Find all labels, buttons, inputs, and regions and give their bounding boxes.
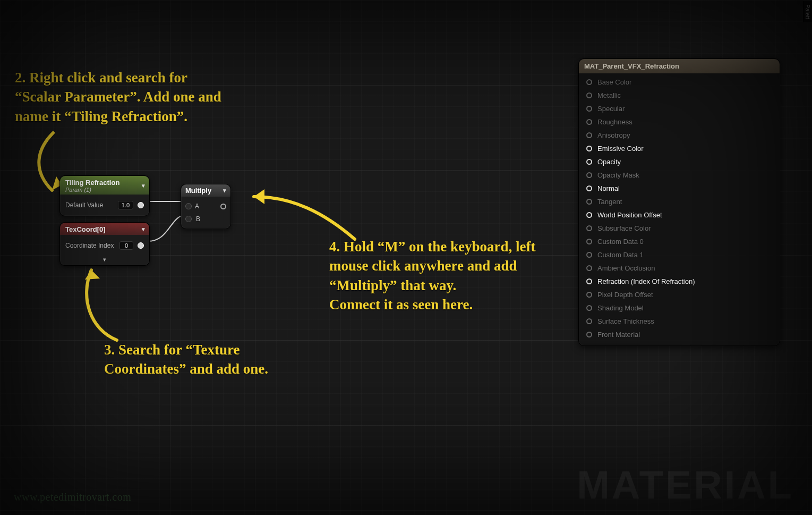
node-scalar-subtitle: Param (1) bbox=[65, 187, 119, 193]
material-pin-world-position-offset[interactable]: World Position Offset bbox=[579, 208, 780, 222]
material-pin-metallic[interactable]: Metallic bbox=[579, 89, 780, 102]
material-pin-opacity[interactable]: Opacity bbox=[579, 155, 780, 168]
input-pin-icon[interactable] bbox=[586, 185, 592, 191]
watermark-url: www.petedimitrovart.com bbox=[14, 491, 131, 503]
input-pin-icon[interactable] bbox=[586, 172, 592, 178]
input-pin-icon[interactable] bbox=[586, 239, 592, 244]
watermark-material: MATERIAL bbox=[577, 462, 794, 508]
arrow-step4 bbox=[239, 175, 361, 250]
material-pin-ambient-occlusion[interactable]: Ambient Occlusion bbox=[579, 261, 780, 275]
arrow-step3 bbox=[69, 260, 138, 345]
output-pin[interactable] bbox=[138, 202, 144, 208]
material-pin-roughness[interactable]: Roughness bbox=[579, 115, 780, 129]
material-pin-custom-data-1[interactable]: Custom Data 1 bbox=[579, 248, 780, 261]
material-pin-anisotropy[interactable]: Anisotropy bbox=[579, 129, 780, 142]
node-multiply-title: Multiply bbox=[185, 187, 211, 195]
material-pin-subsurface-color[interactable]: Subsurface Color bbox=[579, 222, 780, 235]
material-output-node[interactable]: MAT_Parent_VFX_Refraction Base ColorMeta… bbox=[578, 58, 780, 346]
input-pin-icon[interactable] bbox=[586, 278, 592, 284]
output-pin[interactable] bbox=[138, 242, 144, 249]
material-pin-label: Anisotropy bbox=[597, 131, 630, 139]
input-pin-icon[interactable] bbox=[586, 225, 592, 231]
material-pin-label: Front Material bbox=[597, 331, 640, 339]
input-pin-a[interactable] bbox=[185, 203, 192, 209]
input-pin-icon[interactable] bbox=[586, 199, 592, 205]
material-output-title: MAT_Parent_VFX_Refraction bbox=[579, 59, 780, 73]
material-pin-label: Custom Data 1 bbox=[597, 251, 644, 259]
material-pin-label: Opacity bbox=[597, 158, 621, 166]
output-pin[interactable] bbox=[220, 204, 226, 209]
default-value-input[interactable]: 1.0 bbox=[118, 201, 133, 209]
input-pin-icon[interactable] bbox=[586, 332, 592, 337]
material-pin-pixel-depth-offset[interactable]: Pixel Depth Offset bbox=[579, 288, 780, 301]
material-pin-base-color[interactable]: Base Color bbox=[579, 75, 780, 89]
annotation-step-3: 3. Search for “Texture Coordinates” and … bbox=[104, 340, 268, 379]
input-pin-icon[interactable] bbox=[586, 92, 592, 98]
material-pin-label: Tangent bbox=[597, 198, 622, 206]
material-pin-label: Ambient Occlusion bbox=[597, 264, 655, 272]
svg-marker-1 bbox=[85, 270, 100, 280]
material-pin-custom-data-0[interactable]: Custom Data 0 bbox=[579, 235, 780, 248]
svg-marker-2 bbox=[254, 189, 264, 204]
material-pin-label: Specular bbox=[597, 105, 625, 113]
material-pin-label: Roughness bbox=[597, 118, 632, 126]
input-pin-icon[interactable] bbox=[586, 79, 592, 85]
chevron-down-icon[interactable]: ▾ bbox=[60, 256, 149, 265]
material-pin-specular[interactable]: Specular bbox=[579, 102, 780, 115]
material-pin-label: Pixel Depth Offset bbox=[597, 291, 653, 299]
material-output-pin-list: Base ColorMetallicSpecularRoughnessAniso… bbox=[579, 73, 780, 345]
material-pin-normal[interactable]: Normal bbox=[579, 182, 780, 195]
input-pin-icon[interactable] bbox=[586, 146, 592, 151]
node-texcoord-header[interactable]: TexCoord[0] ▾ bbox=[60, 223, 149, 235]
input-pin-icon[interactable] bbox=[586, 212, 592, 218]
input-pin-icon[interactable] bbox=[586, 318, 592, 324]
coordinate-index-input[interactable]: 0 bbox=[119, 241, 133, 250]
input-pin-icon[interactable] bbox=[586, 119, 592, 125]
material-pin-front-material[interactable]: Front Material bbox=[579, 328, 780, 341]
input-pin-icon[interactable] bbox=[586, 305, 592, 311]
annotation-step-2: 2. Right click and search for “Scalar Pa… bbox=[15, 68, 221, 126]
material-pin-label: Surface Thickness bbox=[597, 317, 654, 325]
material-pin-shading-model[interactable]: Shading Model bbox=[579, 301, 780, 315]
material-pin-label: Shading Model bbox=[597, 304, 644, 312]
material-pin-label: Refraction (Index Of Refraction) bbox=[597, 277, 695, 285]
input-pin-icon[interactable] bbox=[586, 132, 592, 138]
material-pin-label: World Position Offset bbox=[597, 211, 662, 219]
material-pin-opacity-mask[interactable]: Opacity Mask bbox=[579, 168, 780, 182]
material-pin-surface-thickness[interactable]: Surface Thickness bbox=[579, 315, 780, 328]
chevron-down-icon[interactable]: ▾ bbox=[142, 226, 145, 233]
input-pin-icon[interactable] bbox=[586, 292, 592, 298]
material-pin-label: Custom Data 0 bbox=[597, 238, 644, 246]
input-pin-icon[interactable] bbox=[586, 252, 592, 258]
input-pin-icon[interactable] bbox=[586, 106, 592, 112]
material-pin-label: Opacity Mask bbox=[597, 171, 639, 179]
input-pin-icon[interactable] bbox=[586, 265, 592, 271]
coordinate-index-label: Coordinate Index bbox=[65, 242, 114, 249]
chevron-down-icon[interactable]: ▾ bbox=[142, 182, 145, 189]
node-multiply-header[interactable]: Multiply ▾ bbox=[181, 184, 230, 197]
material-pin-label: Metallic bbox=[597, 91, 621, 99]
chevron-down-icon[interactable]: ▾ bbox=[223, 187, 226, 194]
material-pin-label: Base Color bbox=[597, 78, 631, 86]
material-pin-emissive-color[interactable]: Emissive Color bbox=[579, 142, 780, 155]
material-pin-label: Subsurface Color bbox=[597, 224, 651, 232]
node-multiply[interactable]: Multiply ▾ A B bbox=[181, 184, 231, 229]
input-a-label: A bbox=[195, 202, 199, 210]
input-pin-icon[interactable] bbox=[586, 159, 592, 165]
node-scalar-header[interactable]: Tiling Refraction Param (1) ▾ bbox=[60, 176, 149, 195]
material-pin-label: Emissive Color bbox=[597, 145, 644, 153]
node-scalar-title: Tiling Refraction bbox=[65, 179, 119, 187]
material-pin-tangent[interactable]: Tangent bbox=[579, 195, 780, 208]
palette-tab[interactable]: Palett bbox=[803, 1, 812, 22]
node-texcoord[interactable]: TexCoord[0] ▾ Coordinate Index 0 ▾ bbox=[59, 222, 150, 266]
material-pin-refraction-index-of-refraction-[interactable]: Refraction (Index Of Refraction) bbox=[579, 275, 780, 288]
material-pin-label: Normal bbox=[597, 184, 620, 192]
node-texcoord-title: TexCoord[0] bbox=[65, 225, 106, 233]
input-pin-b[interactable] bbox=[185, 216, 192, 222]
default-value-label: Default Value bbox=[65, 201, 103, 209]
node-scalar-parameter[interactable]: Tiling Refraction Param (1) ▾ Default Va… bbox=[59, 175, 150, 216]
input-b-label: B bbox=[196, 215, 200, 223]
